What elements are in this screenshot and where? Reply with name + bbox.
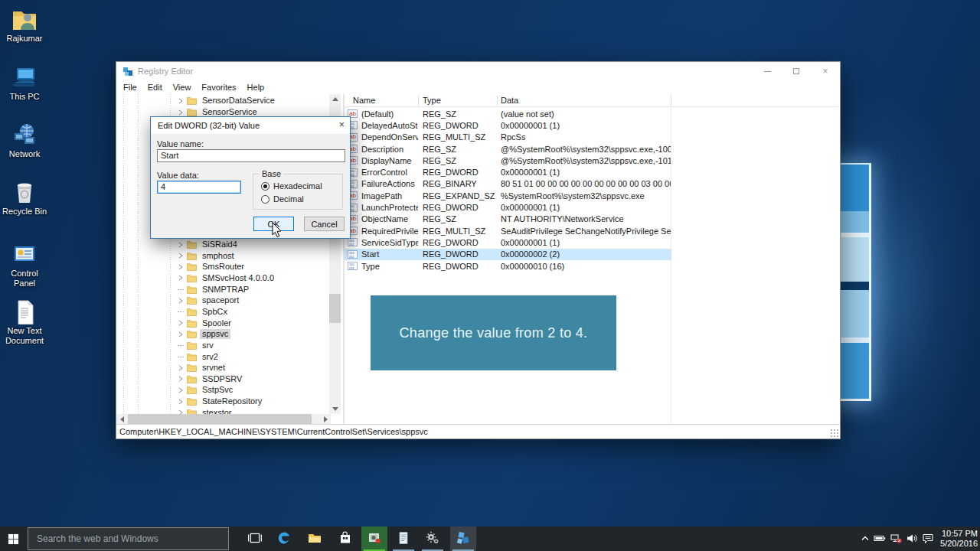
tree-item-sisraid4[interactable]: SiSRaid4 [116, 239, 343, 250]
tree-horizontal-scrollbar[interactable] [116, 414, 331, 424]
value-row--default-[interactable]: ab(Default)REG_SZ(value not set) [345, 108, 671, 119]
scroll-down-arrow[interactable] [329, 404, 341, 414]
value-row-description[interactable]: abDescriptionREG_SZ@%SystemRoot%\system3… [345, 143, 671, 155]
dialog-close-icon[interactable]: × [338, 119, 345, 130]
tree-item-srv2[interactable]: srv2 [116, 351, 343, 363]
desktop-icon-new-text-document[interactable]: New Text Document [0, 298, 49, 346]
value-row-requiredprivile-[interactable]: abRequiredPrivile...REG_MULTI_SZSeAuditP… [345, 225, 671, 236]
tree-item-sppsvc[interactable]: sppsvc [116, 328, 343, 340]
expand-chevron-icon[interactable] [178, 398, 187, 406]
list-header[interactable]: Name Type Data [345, 94, 839, 107]
desktop-icon-rajkumar[interactable]: Rajkumar [0, 6, 49, 44]
tree-item-stexstor[interactable]: stexstor [116, 407, 343, 414]
value-row-servicesidtype[interactable]: 110011ServiceSidTypeREG_DWORD0x00000001 … [345, 236, 671, 248]
desktop-icon-this-pc[interactable]: This PC [0, 64, 49, 102]
tree-item-smsvchost-4-0-0-0[interactable]: SMSvcHost 4.0.0.0 [116, 272, 343, 284]
start-button[interactable] [0, 527, 26, 551]
tree-item-ssdpsrv[interactable]: SSDPSRV [116, 373, 343, 385]
hexadecimal-radio[interactable]: Hexadecimal [261, 181, 322, 191]
column-divider[interactable] [671, 96, 671, 106]
maximize-button[interactable] [782, 62, 811, 80]
recorder-icon [367, 530, 382, 547]
expand-chevron-icon[interactable] [178, 297, 187, 305]
value-row-displayname[interactable]: abDisplayNameREG_SZ@%SystemRoot%\system3… [345, 155, 671, 166]
value-row-delayedautostart[interactable]: 110011DelayedAutoStartREG_DWORD0x0000000… [345, 119, 671, 131]
tree-item-staterepository[interactable]: StateRepository [116, 396, 343, 407]
value-row-dependonservice[interactable]: abDependOnServiceREG_MULTI_SZRpcSs [345, 132, 671, 143]
value-row-objectname[interactable]: abObjectNameREG_SZNT AUTHORITY\NetworkSe… [345, 214, 671, 225]
tree-item-sensordataservice[interactable]: SensorDataService [116, 95, 343, 106]
menu-favorites[interactable]: Favorites [196, 83, 241, 92]
taskbar-store-button[interactable] [332, 527, 358, 551]
expand-chevron-icon[interactable] [178, 375, 187, 383]
value-name-field[interactable]: Start [157, 149, 345, 162]
tree-item-spbcx[interactable]: SpbCx [116, 306, 343, 318]
taskbar-edge-button[interactable] [271, 527, 297, 551]
tree-item-smsrouter[interactable]: SmsRouter [116, 261, 343, 272]
scroll-right-arrow[interactable] [320, 414, 331, 424]
taskbar-screen-recorder-button[interactable] [361, 527, 387, 551]
value-row-start[interactable]: 110011StartREG_DWORD0x00000002 (2) [345, 249, 671, 260]
expand-chevron-icon[interactable] [178, 241, 187, 249]
tree-item-sstpsvc[interactable]: SstpSvc [116, 384, 343, 396]
value-row-failureactions[interactable]: 110011FailureActionsREG_BINARY80 51 01 0… [345, 178, 671, 190]
taskbar-clock[interactable]: 10:57 PM 5/20/2016 [936, 529, 978, 549]
desktop-icon-recycle-bin[interactable]: Recycle Bin [0, 179, 49, 217]
volume-icon[interactable] [906, 533, 919, 545]
expand-chevron-icon[interactable] [178, 319, 187, 327]
column-divider[interactable] [418, 96, 419, 106]
battery-icon[interactable] [874, 533, 887, 545]
taskbar-services-button[interactable] [420, 527, 446, 551]
expand-chevron-icon[interactable] [178, 386, 187, 394]
dialog-title-bar[interactable]: Edit DWORD (32-bit) Value [151, 117, 350, 134]
expand-chevron-icon[interactable] [178, 364, 187, 372]
close-button[interactable]: × [811, 62, 840, 80]
expand-chevron-icon[interactable] [178, 263, 187, 271]
action-center-icon[interactable] [922, 533, 935, 545]
menu-view[interactable]: View [168, 83, 197, 92]
cancel-button[interactable]: Cancel [304, 217, 345, 231]
tree-item-snmptrap[interactable]: SNMPTRAP [116, 284, 343, 295]
value-data-field[interactable]: 4 [157, 181, 241, 194]
resize-grip[interactable] [830, 429, 839, 438]
expand-chevron-icon[interactable] [178, 331, 187, 338]
scrollbar-thumb[interactable] [329, 294, 341, 323]
taskbar-search-input[interactable]: Search the web and Windows [28, 527, 229, 550]
value-data: 80 51 01 00 00 00 00 00 00 00 00 00 03 0… [501, 179, 671, 188]
title-bar[interactable]: Registry Editor × [116, 62, 840, 80]
desktop-icon-network[interactable]: Network [0, 122, 49, 159]
taskbar-notepad-button[interactable] [390, 527, 416, 551]
scroll-left-arrow[interactable] [116, 414, 127, 424]
taskbar-task-view-button[interactable] [242, 527, 268, 551]
tree-item-srv[interactable]: srv [116, 340, 343, 351]
expand-chevron-icon[interactable] [178, 409, 187, 414]
scrollbar-thumb[interactable] [128, 414, 312, 424]
menu-file[interactable]: File [118, 83, 142, 92]
minimize-button[interactable] [753, 62, 782, 80]
chevron-up-icon[interactable] [859, 533, 872, 545]
value-row-errorcontrol[interactable]: 110011ErrorControlREG_DWORD0x00000001 (1… [345, 167, 671, 178]
value-row-launchprotected[interactable]: 110011LaunchProtectedREG_DWORD0x00000001… [345, 201, 671, 213]
tree-item-spooler[interactable]: Spooler [116, 318, 343, 329]
tree-item-spaceport[interactable]: spaceport [116, 295, 343, 306]
expand-chevron-icon[interactable] [178, 274, 187, 282]
tree-item-srvnet[interactable]: srvnet [116, 362, 343, 373]
value-row-imagepath[interactable]: abImagePathREG_EXPAND_SZ%SystemRoot%\sys… [345, 190, 671, 201]
expand-chevron-icon[interactable] [178, 109, 187, 116]
decimal-radio[interactable]: Decimal [261, 194, 304, 204]
taskbar-file-explorer-button[interactable] [302, 527, 328, 551]
tree-item-smphost[interactable]: smphost [116, 250, 343, 262]
column-header-type[interactable]: Type [423, 94, 441, 107]
column-divider[interactable] [497, 96, 498, 106]
column-header-name[interactable]: Name [353, 94, 375, 107]
scroll-up-arrow[interactable] [329, 94, 341, 104]
expand-chevron-icon[interactable] [178, 97, 187, 105]
desktop-icon-control-panel[interactable]: Control Panel [0, 241, 49, 289]
expand-chevron-icon[interactable] [178, 252, 187, 259]
value-row-type[interactable]: 110011TypeREG_DWORD0x00000010 (16) [345, 260, 671, 272]
menu-help[interactable]: Help [242, 83, 270, 92]
network-error-icon[interactable] [890, 533, 903, 545]
menu-edit[interactable]: Edit [142, 83, 168, 92]
taskbar-registry-editor-button[interactable] [450, 527, 476, 551]
column-header-data[interactable]: Data [501, 94, 518, 107]
